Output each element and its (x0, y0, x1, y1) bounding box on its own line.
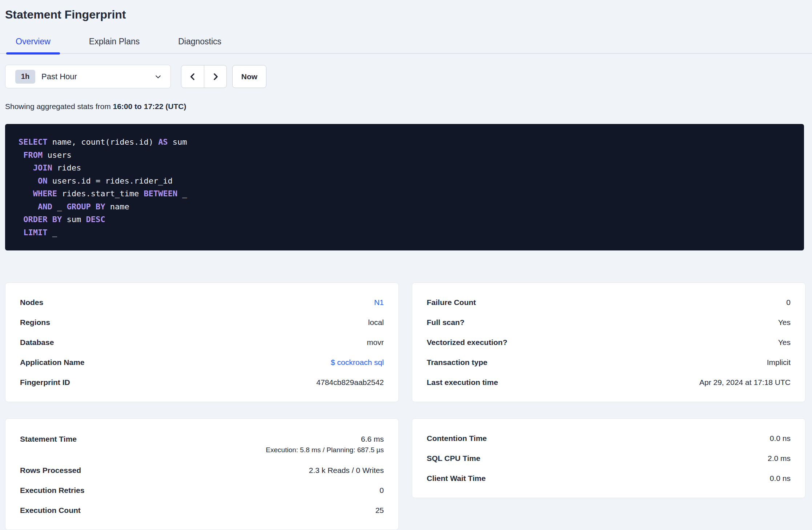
row-subvalue: Execution: 5.8 ms / Planning: 687.5 µs (20, 446, 384, 454)
info-row-main: Execution Retries0 (20, 486, 384, 495)
now-button[interactable]: Now (232, 65, 266, 88)
row-label: Application Name (20, 358, 84, 367)
sql-text: users.id = rides.rider_id (47, 176, 172, 185)
tab-bar: Overview Explain Plans Diagnostics (0, 32, 812, 54)
statement-time-card: Statement Time6.6 msExecution: 5.8 ms / … (5, 418, 399, 530)
timing-cards-grid: Statement Time6.6 msExecution: 5.8 ms / … (5, 418, 807, 530)
info-row: Execution Retries0 (20, 480, 384, 500)
row-value-link[interactable]: N1 (374, 298, 384, 307)
sql-keyword: AS (158, 137, 168, 146)
row-value: 2.0 ms (768, 454, 791, 463)
sql-text: sum (168, 137, 187, 146)
info-row-main: Databasemovr (20, 338, 384, 347)
tab-label: Explain Plans (89, 37, 140, 46)
sql-line: SELECT name, count(rides.id) AS sum (19, 136, 791, 149)
sql-keyword: SELECT (19, 137, 47, 146)
sql-text (19, 189, 33, 198)
sql-line: ORDER BY sum DESC (19, 213, 791, 226)
info-row-main: Full scan?Yes (427, 318, 791, 327)
row-value: local (368, 318, 384, 327)
time-toolbar: 1h Past Hour Now (5, 65, 807, 88)
tab-overview[interactable]: Overview (6, 32, 60, 53)
row-value: 4784cb829aab2542 (316, 378, 384, 387)
statement-details-card: NodesN1RegionslocalDatabasemovrApplicati… (5, 282, 399, 402)
chevron-down-icon (154, 73, 162, 80)
sql-text: _ (47, 228, 57, 237)
info-row-main: Execution Count25 (20, 506, 384, 515)
sql-text: sum (62, 215, 86, 224)
info-row: Databasemovr (20, 332, 384, 352)
info-row: SQL CPU Time2.0 ms (427, 448, 791, 468)
sql-text: name, count(rides.id) (47, 137, 158, 146)
info-row: Failure Count0 (427, 292, 791, 312)
sql-keyword: ORDER BY (23, 215, 62, 224)
sql-keyword: FROM (23, 150, 43, 160)
page-title: Statement Fingerprint (5, 8, 812, 21)
info-row: NodesN1 (20, 292, 384, 312)
prev-interval-button[interactable] (181, 65, 204, 88)
sql-keyword: DESC (86, 215, 105, 224)
row-label: SQL CPU Time (427, 454, 480, 463)
chevron-right-icon (211, 72, 220, 81)
sql-line: WHERE rides.start_time BETWEEN _ (19, 187, 791, 200)
execution-attributes-card: Failure Count0Full scan?YesVectorized ex… (412, 282, 805, 402)
sql-keyword: ON (38, 176, 48, 185)
sql-line: AND _ GROUP BY name (19, 200, 791, 213)
info-row: Regionslocal (20, 312, 384, 332)
sql-keyword: BETWEEN (144, 189, 177, 198)
info-row-main: Rows Processed2.3 k Reads / 0 Writes (20, 466, 384, 475)
sql-statement-box: SELECT name, count(rides.id) AS sum FROM… (5, 124, 804, 250)
time-range-badge: 1h (15, 70, 35, 84)
sql-text: rides (52, 163, 81, 172)
sql-text (19, 228, 23, 237)
info-row-main: Vectorized execution?Yes (427, 338, 791, 347)
sql-text (19, 150, 23, 160)
row-value: 0 (379, 486, 384, 495)
info-row: Fingerprint ID4784cb829aab2542 (20, 372, 384, 392)
sql-keyword: AND (38, 202, 52, 211)
tab-diagnostics[interactable]: Diagnostics (169, 32, 231, 53)
sql-text: rides.start_time (57, 189, 144, 198)
sql-keyword: WHERE (33, 189, 57, 198)
sql-text: _ (52, 202, 67, 211)
next-interval-button[interactable] (204, 65, 226, 88)
row-label: Transaction type (427, 358, 487, 367)
info-row-main: SQL CPU Time2.0 ms (427, 454, 791, 463)
info-row: Statement Time6.6 msExecution: 5.8 ms / … (20, 428, 384, 460)
sql-text: name (105, 202, 129, 211)
time-step-buttons (181, 65, 227, 88)
tab-explain-plans[interactable]: Explain Plans (80, 32, 149, 53)
time-range-dropdown[interactable]: 1h Past Hour (5, 65, 171, 88)
info-row-main: Client Wait Time0.0 ns (427, 474, 791, 483)
row-value: 0.0 ns (770, 434, 791, 443)
tab-label: Overview (16, 37, 51, 46)
row-label: Contention Time (427, 434, 487, 443)
row-label: Execution Retries (20, 486, 84, 495)
sql-line: ON users.id = rides.rider_id (19, 174, 791, 188)
row-value: 6.6 ms (361, 435, 384, 443)
row-label: Client Wait Time (427, 474, 486, 483)
row-value: Yes (778, 318, 791, 327)
row-label: Statement Time (20, 435, 77, 443)
row-value: 0 (786, 298, 791, 307)
info-row-main: Application Name$ cockroach sql (20, 358, 384, 367)
info-row: Contention Time0.0 ns (427, 428, 791, 448)
row-label: Fingerprint ID (20, 378, 70, 387)
chevron-left-icon (188, 72, 197, 81)
info-row: Full scan?Yes (427, 312, 791, 332)
sql-text (19, 163, 33, 172)
row-value: Implicit (767, 358, 791, 367)
info-row-main: Last execution timeApr 29, 2024 at 17:18… (427, 378, 791, 387)
info-row-main: Contention Time0.0 ns (427, 434, 791, 443)
sql-line: FROM users (19, 149, 791, 162)
row-value: Yes (778, 338, 791, 347)
row-value: movr (367, 338, 384, 347)
row-label: Regions (20, 318, 50, 327)
row-label: Nodes (20, 298, 43, 307)
info-row: Transaction typeImplicit (427, 352, 791, 372)
row-value: Apr 29, 2024 at 17:18 UTC (699, 378, 791, 387)
tab-label: Diagnostics (178, 37, 221, 46)
sql-line: LIMIT _ (19, 226, 791, 239)
info-row: Vectorized execution?Yes (427, 332, 791, 352)
row-value-link[interactable]: $ cockroach sql (331, 358, 384, 367)
